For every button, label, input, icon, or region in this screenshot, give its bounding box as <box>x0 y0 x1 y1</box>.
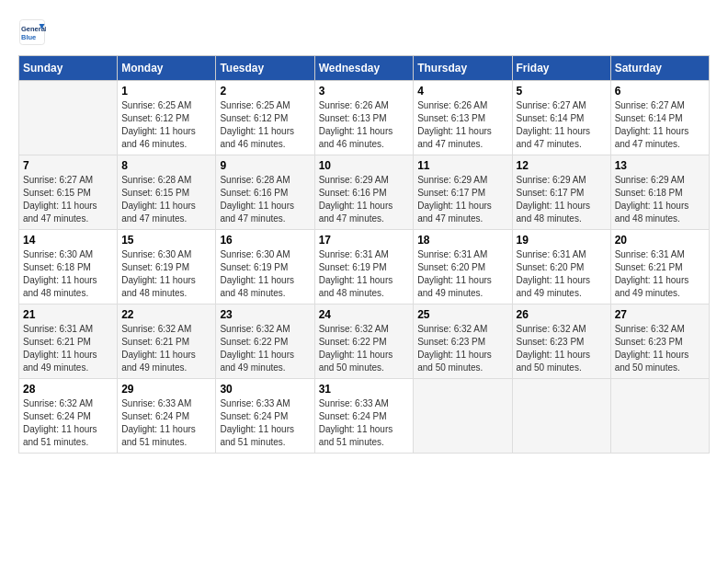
calendar-week-row: 21Sunrise: 6:31 AM Sunset: 6:21 PM Dayli… <box>19 304 710 379</box>
calendar-week-row: 7Sunrise: 6:27 AM Sunset: 6:15 PM Daylig… <box>19 155 710 230</box>
calendar-day-cell: 23Sunrise: 6:32 AM Sunset: 6:22 PM Dayli… <box>216 304 314 379</box>
day-number: 5 <box>517 85 607 98</box>
day-info: Sunrise: 6:33 AM Sunset: 6:24 PM Dayligh… <box>121 397 211 449</box>
calendar-day-cell: 14Sunrise: 6:30 AM Sunset: 6:18 PM Dayli… <box>19 230 118 304</box>
weekday-header-thursday: Thursday <box>414 56 512 81</box>
calendar-day-cell: 5Sunrise: 6:27 AM Sunset: 6:14 PM Daylig… <box>512 81 610 155</box>
calendar-week-row: 1Sunrise: 6:25 AM Sunset: 6:12 PM Daylig… <box>19 81 710 155</box>
day-number: 2 <box>220 85 310 98</box>
day-number: 17 <box>319 234 410 247</box>
day-info: Sunrise: 6:33 AM Sunset: 6:24 PM Dayligh… <box>319 397 410 449</box>
day-number: 25 <box>417 308 507 321</box>
day-info: Sunrise: 6:31 AM Sunset: 6:20 PM Dayligh… <box>517 248 607 300</box>
day-info: Sunrise: 6:29 AM Sunset: 6:17 PM Dayligh… <box>517 174 607 225</box>
day-info: Sunrise: 6:31 AM Sunset: 6:21 PM Dayligh… <box>615 248 705 300</box>
day-info: Sunrise: 6:32 AM Sunset: 6:22 PM Dayligh… <box>319 323 410 374</box>
day-info: Sunrise: 6:30 AM Sunset: 6:19 PM Dayligh… <box>220 248 310 300</box>
calendar-day-cell: 18Sunrise: 6:31 AM Sunset: 6:20 PM Dayli… <box>414 230 512 304</box>
day-info: Sunrise: 6:33 AM Sunset: 6:24 PM Dayligh… <box>220 397 310 449</box>
day-info: Sunrise: 6:25 AM Sunset: 6:12 PM Dayligh… <box>121 99 211 151</box>
calendar-week-row: 28Sunrise: 6:32 AM Sunset: 6:24 PM Dayli… <box>19 379 710 454</box>
day-info: Sunrise: 6:27 AM Sunset: 6:14 PM Dayligh… <box>615 99 705 151</box>
calendar-table: SundayMondayTuesdayWednesdayThursdayFrid… <box>18 55 710 454</box>
calendar-day-cell: 24Sunrise: 6:32 AM Sunset: 6:22 PM Dayli… <box>314 304 414 379</box>
day-info: Sunrise: 6:31 AM Sunset: 6:21 PM Dayligh… <box>23 323 113 374</box>
day-number: 8 <box>121 159 211 172</box>
empty-cell <box>512 379 610 454</box>
day-info: Sunrise: 6:31 AM Sunset: 6:20 PM Dayligh… <box>417 248 507 300</box>
calendar-day-cell: 12Sunrise: 6:29 AM Sunset: 6:17 PM Dayli… <box>512 155 610 230</box>
day-info: Sunrise: 6:28 AM Sunset: 6:15 PM Dayligh… <box>121 174 211 225</box>
calendar-day-cell: 26Sunrise: 6:32 AM Sunset: 6:23 PM Dayli… <box>512 304 610 379</box>
day-number: 31 <box>319 383 410 396</box>
day-number: 29 <box>121 383 211 396</box>
day-number: 14 <box>23 234 113 247</box>
day-number: 20 <box>615 234 705 247</box>
calendar-day-cell: 4Sunrise: 6:26 AM Sunset: 6:13 PM Daylig… <box>414 81 512 155</box>
day-number: 3 <box>319 85 410 98</box>
calendar-day-cell: 8Sunrise: 6:28 AM Sunset: 6:15 PM Daylig… <box>118 155 216 230</box>
page-header: General Blue <box>18 18 710 46</box>
calendar-day-cell: 9Sunrise: 6:28 AM Sunset: 6:16 PM Daylig… <box>216 155 314 230</box>
day-info: Sunrise: 6:31 AM Sunset: 6:19 PM Dayligh… <box>319 248 410 300</box>
weekday-header-tuesday: Tuesday <box>216 56 314 81</box>
calendar-day-cell: 2Sunrise: 6:25 AM Sunset: 6:12 PM Daylig… <box>216 81 314 155</box>
empty-cell <box>610 379 709 454</box>
weekday-header-sunday: Sunday <box>19 56 118 81</box>
calendar-day-cell: 6Sunrise: 6:27 AM Sunset: 6:14 PM Daylig… <box>610 81 709 155</box>
calendar-day-cell: 29Sunrise: 6:33 AM Sunset: 6:24 PM Dayli… <box>118 379 216 454</box>
calendar-day-cell: 22Sunrise: 6:32 AM Sunset: 6:21 PM Dayli… <box>118 304 216 379</box>
calendar-day-cell: 16Sunrise: 6:30 AM Sunset: 6:19 PM Dayli… <box>216 230 314 304</box>
day-number: 13 <box>615 159 705 172</box>
weekday-header-row: SundayMondayTuesdayWednesdayThursdayFrid… <box>19 56 710 81</box>
day-info: Sunrise: 6:29 AM Sunset: 6:18 PM Dayligh… <box>615 174 705 225</box>
day-number: 9 <box>220 159 310 172</box>
calendar-day-cell: 25Sunrise: 6:32 AM Sunset: 6:23 PM Dayli… <box>414 304 512 379</box>
weekday-header-wednesday: Wednesday <box>314 56 414 81</box>
day-info: Sunrise: 6:32 AM Sunset: 6:22 PM Dayligh… <box>220 323 310 374</box>
calendar-day-cell: 17Sunrise: 6:31 AM Sunset: 6:19 PM Dayli… <box>314 230 414 304</box>
day-info: Sunrise: 6:32 AM Sunset: 6:23 PM Dayligh… <box>615 323 705 374</box>
day-info: Sunrise: 6:26 AM Sunset: 6:13 PM Dayligh… <box>417 99 507 151</box>
day-number: 11 <box>417 159 507 172</box>
day-info: Sunrise: 6:30 AM Sunset: 6:19 PM Dayligh… <box>121 248 211 300</box>
day-info: Sunrise: 6:29 AM Sunset: 6:16 PM Dayligh… <box>319 174 410 225</box>
calendar-week-row: 14Sunrise: 6:30 AM Sunset: 6:18 PM Dayli… <box>19 230 710 304</box>
empty-cell <box>414 379 512 454</box>
day-number: 12 <box>517 159 607 172</box>
svg-text:Blue: Blue <box>21 33 36 41</box>
day-info: Sunrise: 6:26 AM Sunset: 6:13 PM Dayligh… <box>319 99 410 151</box>
day-number: 28 <box>23 383 113 396</box>
day-number: 18 <box>417 234 507 247</box>
calendar-day-cell: 20Sunrise: 6:31 AM Sunset: 6:21 PM Dayli… <box>610 230 709 304</box>
calendar-day-cell: 30Sunrise: 6:33 AM Sunset: 6:24 PM Dayli… <box>216 379 314 454</box>
day-number: 21 <box>23 308 113 321</box>
day-number: 27 <box>615 308 705 321</box>
weekday-header-friday: Friday <box>512 56 610 81</box>
day-info: Sunrise: 6:32 AM Sunset: 6:23 PM Dayligh… <box>517 323 607 374</box>
day-number: 4 <box>417 85 507 98</box>
logo-icon: General Blue <box>18 18 46 46</box>
day-number: 15 <box>121 234 211 247</box>
calendar-day-cell: 27Sunrise: 6:32 AM Sunset: 6:23 PM Dayli… <box>610 304 709 379</box>
day-info: Sunrise: 6:30 AM Sunset: 6:18 PM Dayligh… <box>23 248 113 300</box>
calendar-day-cell: 1Sunrise: 6:25 AM Sunset: 6:12 PM Daylig… <box>118 81 216 155</box>
empty-cell <box>19 81 118 155</box>
weekday-header-saturday: Saturday <box>610 56 709 81</box>
day-number: 10 <box>319 159 410 172</box>
day-number: 26 <box>517 308 607 321</box>
calendar-day-cell: 7Sunrise: 6:27 AM Sunset: 6:15 PM Daylig… <box>19 155 118 230</box>
day-info: Sunrise: 6:32 AM Sunset: 6:23 PM Dayligh… <box>417 323 507 374</box>
day-number: 24 <box>319 308 410 321</box>
day-info: Sunrise: 6:28 AM Sunset: 6:16 PM Dayligh… <box>220 174 310 225</box>
day-number: 23 <box>220 308 310 321</box>
day-number: 7 <box>23 159 113 172</box>
day-number: 22 <box>121 308 211 321</box>
day-info: Sunrise: 6:29 AM Sunset: 6:17 PM Dayligh… <box>417 174 507 225</box>
day-info: Sunrise: 6:25 AM Sunset: 6:12 PM Dayligh… <box>220 99 310 151</box>
calendar-day-cell: 21Sunrise: 6:31 AM Sunset: 6:21 PM Dayli… <box>19 304 118 379</box>
calendar-day-cell: 28Sunrise: 6:32 AM Sunset: 6:24 PM Dayli… <box>19 379 118 454</box>
day-number: 19 <box>517 234 607 247</box>
calendar-day-cell: 11Sunrise: 6:29 AM Sunset: 6:17 PM Dayli… <box>414 155 512 230</box>
weekday-header-monday: Monday <box>118 56 216 81</box>
